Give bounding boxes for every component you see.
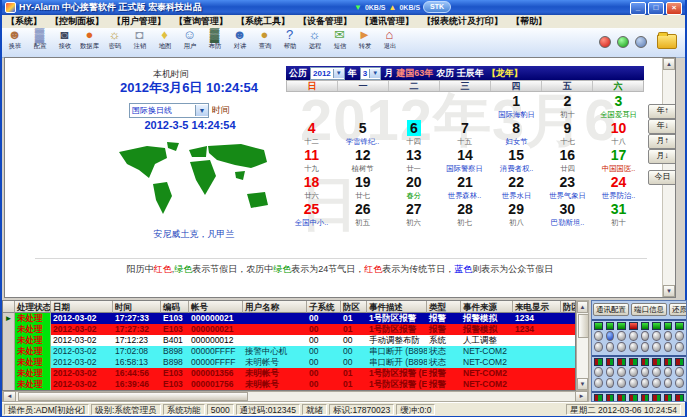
folder-icon[interactable] [657, 34, 677, 49]
port-button[interactable] [641, 378, 650, 388]
port-button[interactable] [617, 378, 626, 388]
calendar-day[interactable]: 30巴勒斯坦.. [542, 200, 593, 227]
calendar-day[interactable]: 27初六 [388, 200, 439, 227]
scroll-down-icon[interactable]: ▼ [577, 378, 588, 390]
port-button[interactable] [617, 342, 626, 352]
calendar-day[interactable]: 29初八 [491, 200, 542, 227]
calendar-day[interactable]: 9十七 [542, 119, 593, 146]
port-button[interactable] [629, 378, 638, 388]
calendar-day[interactable]: 25全国中小.. [286, 200, 337, 227]
toolbar-button-接收[interactable]: ◙接收 [52, 28, 77, 55]
port-button[interactable] [606, 342, 615, 352]
toolbar-button-数据库[interactable]: ●数据库 [77, 28, 102, 55]
year-select[interactable]: 2012 ▼ [310, 67, 345, 80]
table-row[interactable]: 未处理2012-03-0217:02:08B89800000FFFF接警中心机0… [3, 346, 575, 357]
year-down-button[interactable]: 年↓ [648, 119, 676, 134]
port-button[interactable] [594, 367, 603, 377]
port-button[interactable] [606, 331, 615, 341]
year-up-button[interactable]: 年↑ [648, 104, 676, 119]
calendar-day[interactable]: 16廿四 [542, 146, 593, 173]
port-button[interactable] [641, 331, 650, 341]
calendar-day[interactable]: 6十四 [388, 119, 439, 146]
toolbar-button-帮助[interactable]: ?帮助 [277, 28, 302, 55]
table-row[interactable]: 未处理2012-03-0217:27:32E10300000002100011号… [3, 324, 575, 335]
port-button[interactable] [664, 378, 673, 388]
calendar-day[interactable]: 5学雷锋纪.. [337, 119, 388, 146]
port-button[interactable] [652, 367, 661, 377]
menu-item[interactable]: 【报表统计及打印】 [418, 15, 507, 28]
toolbar-button-地图[interactable]: ♦地图 [152, 28, 177, 55]
calendar-day[interactable]: 13廿一 [388, 146, 439, 173]
month-down-button[interactable]: 月↓ [648, 149, 676, 164]
toolbar-button-退出[interactable]: ⌂退出 [377, 28, 402, 55]
toolbar-button-查询[interactable]: ●查询 [252, 28, 277, 55]
calendar-day[interactable]: 28初七 [439, 200, 490, 227]
toolbar-button-短信[interactable]: ✉短信 [327, 28, 352, 55]
port-button[interactable] [675, 331, 684, 341]
calendar-day[interactable]: 12植树节 [337, 146, 388, 173]
scroll-left-icon[interactable]: ◄ [3, 391, 16, 402]
today-button[interactable]: 今日 [648, 170, 676, 185]
port-button[interactable] [617, 367, 626, 377]
chevron-down-icon[interactable]: ▼ [333, 69, 344, 78]
toolbar-button-换班[interactable]: ☻换班 [2, 28, 27, 55]
timezone-select[interactable]: 国际换日线 ▼ [129, 103, 209, 118]
port-button[interactable] [629, 342, 638, 352]
port-button[interactable] [664, 367, 673, 377]
calendar-day[interactable]: 4十二 [286, 119, 337, 146]
calendar-day[interactable]: 8妇女节 [491, 119, 542, 146]
menu-item[interactable]: 【帮助】 [507, 15, 551, 28]
calendar-day[interactable]: 15消费者权.. [491, 146, 542, 173]
toolbar-button-对讲[interactable]: ☻对讲 [227, 28, 252, 55]
calendar-day[interactable]: 26初五 [337, 200, 388, 227]
chevron-down-icon[interactable]: ▼ [369, 69, 380, 78]
network-badge[interactable]: STK [423, 1, 451, 13]
toolbar-button-密码[interactable]: ☼密码 [102, 28, 127, 55]
table-row[interactable]: 未处理2012-03-0216:44:56E103000001356未明帐号00… [3, 368, 575, 379]
calendar-day[interactable]: 11十九 [286, 146, 337, 173]
toolbar-button-远程[interactable]: ☼远程 [302, 28, 327, 55]
table-scrollbar[interactable]: ▲ ▼ [576, 300, 589, 391]
port-button[interactable] [675, 342, 684, 352]
scroll-up-icon[interactable]: ▲ [577, 301, 588, 313]
port-button[interactable] [664, 331, 673, 341]
port-info-button[interactable]: 端口信息 [631, 303, 667, 316]
month-up-button[interactable]: 月↑ [648, 134, 676, 149]
calendar-day[interactable]: 23世界气象日 [542, 173, 593, 200]
port-button[interactable] [641, 342, 650, 352]
toolbar-button-转发[interactable]: ►转发 [352, 28, 377, 55]
port-button[interactable] [606, 367, 615, 377]
comm-config-button[interactable]: 通讯配置 [593, 303, 629, 316]
chevron-down-icon[interactable]: ▼ [195, 105, 208, 116]
scroll-up-icon[interactable]: ▲ [663, 58, 675, 70]
calendar-day[interactable]: 2初十 [542, 92, 593, 119]
port-button[interactable] [675, 367, 684, 377]
port-button[interactable] [652, 342, 661, 352]
menu-item[interactable]: 【查询管理】 [170, 15, 232, 28]
table-row[interactable]: 未处理2012-03-0216:58:13B89800000FFFF未明帐号00… [3, 357, 575, 368]
port-button[interactable] [675, 378, 684, 388]
scrollbar-thumb[interactable] [578, 314, 589, 338]
port-button[interactable] [629, 367, 638, 377]
calendar-day[interactable]: 18廿六 [286, 173, 337, 200]
menu-item[interactable]: 【设备管理】 [294, 15, 356, 28]
port-button[interactable] [594, 378, 603, 388]
port-button[interactable] [652, 331, 661, 341]
calendar-day[interactable]: 19廿七 [337, 173, 388, 200]
toolbar-button-配置[interactable]: ▓配置 [27, 28, 52, 55]
toolbar-button-注销[interactable]: ◘注销 [127, 28, 152, 55]
port-button[interactable] [629, 331, 638, 341]
port-button[interactable] [594, 331, 603, 341]
calendar-day[interactable]: 7十五 [439, 119, 490, 146]
minimize-button[interactable]: _ [630, 2, 646, 15]
port-button[interactable] [617, 331, 626, 341]
restore-button[interactable]: 还原 [669, 303, 687, 316]
table-row[interactable]: 未处理2012-03-0217:12:23B4010000000120000手动… [3, 335, 575, 346]
toolbar-button-用户[interactable]: ☺用户 [177, 28, 202, 55]
calendar-day[interactable]: 20春分 [388, 173, 439, 200]
port-button[interactable] [664, 342, 673, 352]
table-horizontal-scrollbar[interactable]: ◄ ► [2, 391, 589, 402]
scroll-down-icon[interactable]: ▼ [663, 285, 675, 297]
calendar-day[interactable]: 10十八 [593, 119, 644, 146]
calendar-day[interactable]: 17中国国医.. [593, 146, 644, 173]
